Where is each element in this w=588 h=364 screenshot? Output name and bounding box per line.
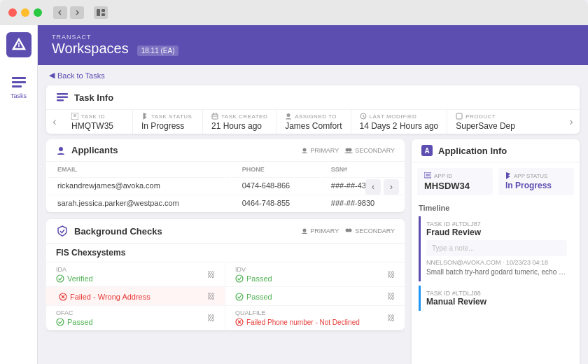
svg-rect-2 <box>102 13 105 16</box>
check-qualfile-value: Failed Phone number - Not Declined <box>235 318 360 326</box>
app-header: TRANSACT Workspaces 18.11 (EA) <box>38 25 588 65</box>
background-checks-header: Background Checks PRIMARY SECONDARY <box>46 219 405 244</box>
svg-rect-7 <box>12 85 22 88</box>
task-product-value: SuperSave Dep <box>456 121 515 131</box>
task-field-created: TASK CREATED 21 Hours ago <box>203 110 276 134</box>
app-info-icon: A <box>421 145 433 156</box>
maximize-button[interactable] <box>34 8 42 17</box>
check-passed2-value: Passed <box>235 293 272 301</box>
svg-rect-10 <box>57 99 64 102</box>
check-item-idv: IDV Passed ⛓ <box>225 262 405 287</box>
task-assigned-value: James Comfort <box>285 121 342 131</box>
task-info-icon <box>56 91 69 104</box>
brand-name: TRANSACT <box>52 34 178 41</box>
task-fields: TASK ID HMQTW35 TASK STATUS In Progress <box>63 110 563 134</box>
link-icon-0: ⛓ <box>207 270 215 279</box>
check-ofac-value: Passed <box>56 318 93 326</box>
minimize-button[interactable] <box>21 8 29 17</box>
timeline-user-0: NNELSON@AVOKA.COM · 10/23/23 04:18 <box>426 259 567 266</box>
sidebar-item-tasks[interactable]: Tasks <box>0 69 37 105</box>
link-icon-5: ⛓ <box>387 314 395 322</box>
app-logo <box>6 32 31 57</box>
layout-toggle[interactable] <box>94 6 108 19</box>
svg-point-21 <box>59 147 63 151</box>
svg-point-33 <box>236 293 243 300</box>
main-area: TRANSACT Workspaces 18.11 (EA) ◀ Back to… <box>38 25 588 364</box>
timeline-task-name-0: Fraud Review <box>426 227 567 237</box>
check-failed-value: Failed - Wrong Address <box>56 292 153 302</box>
checks-primary-badge: PRIMARY <box>301 227 339 234</box>
task-info-fields-row: ‹ TASK ID HMQTW35 TASK ST <box>46 110 580 134</box>
checks-badge-group: PRIMARY SECONDARY <box>301 227 395 234</box>
timeline-task-label-0: TASK ID #LTDLJ87 <box>426 220 567 227</box>
close-button[interactable] <box>8 8 17 17</box>
applicants-prev-btn[interactable]: ‹ <box>365 179 381 195</box>
svg-point-22 <box>303 148 307 151</box>
timeline: Timeline TASK ID #LTDLJ87 Fraud Review T… <box>412 201 580 364</box>
check-item-ida: IDA Verified ⛓ <box>46 262 225 287</box>
check-ida-label: IDA <box>56 266 93 273</box>
col-phone: PHONE <box>232 163 320 176</box>
timeline-text-0: Small batch try-hard godard tumeric, ech… <box>426 267 567 277</box>
shield-icon <box>56 225 69 237</box>
back-link[interactable]: ◀ Back to Tasks <box>38 65 588 85</box>
svg-point-29 <box>236 275 243 282</box>
checks-section: FIS Chexsystems IDA Verified <box>46 244 405 330</box>
svg-rect-6 <box>12 81 26 83</box>
svg-point-28 <box>57 275 64 282</box>
task-field-id: TASK ID HMQTW35 <box>63 110 133 134</box>
task-info-next[interactable]: › <box>563 115 580 128</box>
sidebar: Tasks <box>0 25 38 364</box>
svg-rect-5 <box>12 77 26 79</box>
link-icon-1: ⛓ <box>387 270 395 279</box>
page-title: Workspaces <box>52 41 129 57</box>
sidebar-item-label-tasks: Tasks <box>10 92 27 99</box>
panels: Applicants PRIMARY SECONDARY <box>38 139 588 364</box>
applicant-email-1: sarah.jessica.parker@westpac.com <box>48 195 231 211</box>
task-field-assigned: ASSIGNED TO James Comfort <box>276 110 351 134</box>
version-badge: 18.11 (EA) <box>137 46 179 56</box>
applicants-title-text: Applicants <box>71 145 118 155</box>
timeline-task-label-1: TASK ID #LTDLJ88 <box>426 290 567 297</box>
checks-grid: IDA Verified ⛓ <box>46 262 405 330</box>
applicant-row-0[interactable]: rickandrewjames@avoka.com 0474-648-866 #… <box>48 177 403 193</box>
applicant-email-0: rickandrewjames@avoka.com <box>48 177 231 193</box>
forward-nav-button[interactable] <box>70 6 84 19</box>
task-status-label: TASK STATUS <box>141 113 194 120</box>
col-email: EMAIL <box>48 163 231 176</box>
check-idv-value: Passed <box>235 274 272 283</box>
task-field-modified: LAST MODIFIED 14 Days 2 Hours ago <box>351 110 448 134</box>
col-ssn: SSN# <box>321 163 403 176</box>
applicant-ssn-1: ###-##-9830 <box>321 195 403 211</box>
task-info-prev[interactable]: ‹ <box>46 115 63 128</box>
task-id-label: TASK ID <box>71 113 124 120</box>
applicant-row-1[interactable]: sarah.jessica.parker@westpac.com 0464-74… <box>48 195 403 211</box>
timeline-note-placeholder[interactable]: Type a note... <box>426 240 567 256</box>
svg-point-34 <box>57 318 64 326</box>
link-icon-2: ⛓ <box>207 292 215 300</box>
app-id-field: APP ID MHSDW34 <box>417 168 493 195</box>
timeline-item-0: TASK ID #LTDLJ87 Fraud Review Type a not… <box>419 216 573 281</box>
applicants-title: Applicants <box>56 145 301 155</box>
back-nav-button[interactable] <box>53 6 67 19</box>
titlebar <box>0 0 588 25</box>
badge-group: PRIMARY SECONDARY <box>301 147 395 154</box>
timeline-entry-0: NNELSON@AVOKA.COM · 10/23/23 04:18 Small… <box>426 259 567 277</box>
tasks-icon <box>10 74 27 91</box>
svg-point-18 <box>287 113 290 117</box>
applicants-next-btn[interactable]: › <box>384 179 399 195</box>
applicants-header: Applicants PRIMARY SECONDARY <box>46 139 405 162</box>
svg-rect-8 <box>57 93 68 95</box>
task-info-title: Task Info <box>74 92 113 103</box>
task-field-status: TASK STATUS In Progress <box>133 110 203 134</box>
check-item-passed2: Passed ⛓ <box>225 287 405 306</box>
background-checks-card: Background Checks PRIMARY SECONDARY <box>46 219 405 330</box>
svg-point-25 <box>303 229 307 232</box>
app-status-value: In Progress <box>505 181 567 190</box>
back-arrow-icon: ◀ <box>49 71 55 80</box>
app-status-label: APP STATUS <box>505 172 567 179</box>
applicants-card: Applicants PRIMARY SECONDARY <box>46 139 405 212</box>
app-id-value: MHSDW34 <box>424 181 486 191</box>
timeline-task-name-1: Manual Review <box>426 297 567 307</box>
left-panel: Applicants PRIMARY SECONDARY <box>46 139 405 364</box>
